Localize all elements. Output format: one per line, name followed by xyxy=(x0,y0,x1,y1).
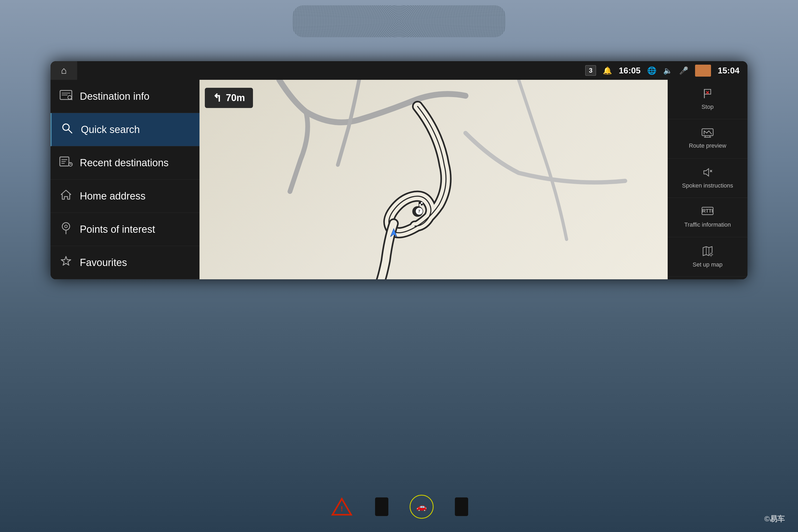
distance-badge: ↰ 70m xyxy=(205,88,253,108)
home-address-label: Home address xyxy=(80,190,146,202)
notification-icon: 🔔 xyxy=(603,66,612,75)
points-of-interest-label: Points of interest xyxy=(80,224,155,235)
right-item-route-preview[interactable]: Route preview xyxy=(668,119,747,158)
set-up-map-icon xyxy=(702,246,713,259)
speaker-grille xyxy=(292,5,506,37)
route-preview-label: Route preview xyxy=(689,142,726,149)
right-item-set-up-map[interactable]: Set up map xyxy=(668,237,747,277)
menu-panel: Destination info Quick search xyxy=(51,80,200,279)
main-content: Destination info Quick search xyxy=(51,80,747,279)
stop-label: Stop xyxy=(701,103,714,110)
svg-rect-17 xyxy=(421,202,423,204)
right-item-stop[interactable]: Stop xyxy=(668,80,747,119)
menu-item-home-address[interactable]: Home address xyxy=(51,179,200,213)
right-item-spoken-instructions[interactable]: Spoken instructions xyxy=(668,158,747,198)
destination-info-icon xyxy=(58,89,73,103)
bottom-controls: ! 🚗 xyxy=(330,495,468,519)
svg-rect-16 xyxy=(419,202,421,204)
menu-item-recent-destinations[interactable]: Recent destinations xyxy=(51,146,200,179)
status-items: 3 🔔 16:05 🌐 🔈 🎤 15:04 xyxy=(585,65,740,77)
volume-icon: 🔈 xyxy=(663,66,672,75)
notification-time: 16:05 xyxy=(619,66,641,76)
car-mode-button[interactable]: 🚗 xyxy=(410,495,434,519)
network-icon: 🌐 xyxy=(647,66,657,75)
stop-icon xyxy=(702,88,713,101)
svg-rect-18 xyxy=(419,204,421,205)
svg-line-6 xyxy=(68,130,72,133)
svg-point-12 xyxy=(62,223,70,230)
current-time: 15:04 xyxy=(718,66,740,76)
favourites-icon xyxy=(58,255,73,270)
main-screen: ⌂ 3 🔔 16:05 🌐 🔈 🎤 15:04 xyxy=(51,61,747,279)
watermark: ©易车 xyxy=(764,514,785,524)
svg-rect-19 xyxy=(421,204,423,205)
distance-label: 70m xyxy=(226,92,245,103)
menu-item-quick-search[interactable]: Quick search xyxy=(51,113,200,146)
favourites-label: Favourites xyxy=(80,257,127,268)
route-preview-icon xyxy=(701,128,714,140)
spoken-instructions-icon xyxy=(702,167,713,180)
recent-destinations-label: Recent destinations xyxy=(80,157,169,169)
quick-search-label: Quick search xyxy=(81,124,140,135)
hazard-button[interactable]: ! xyxy=(330,495,354,519)
traffic-information-label: Traffic information xyxy=(684,221,731,228)
map-svg: 7 xyxy=(200,80,668,279)
right-item-traffic-information[interactable]: RTTI Traffic information xyxy=(668,198,747,237)
mic-icon: 🎤 xyxy=(679,66,688,75)
spoken-instructions-label: Spoken instructions xyxy=(682,182,733,189)
svg-text:7: 7 xyxy=(418,209,420,213)
user-avatar xyxy=(695,65,711,77)
traffic-information-icon: RTTI xyxy=(701,207,714,219)
rotary-knob-right[interactable] xyxy=(455,497,468,516)
notification-badge: 3 xyxy=(585,65,596,76)
svg-text:RTTI: RTTI xyxy=(702,208,713,214)
status-bar-left: ⌂ xyxy=(51,61,77,80)
home-button[interactable]: ⌂ xyxy=(51,61,77,80)
home-icon: ⌂ xyxy=(61,65,67,76)
rotary-knob-left[interactable] xyxy=(375,497,388,516)
menu-item-points-of-interest[interactable]: Points of interest xyxy=(51,213,200,246)
menu-item-destination-info[interactable]: Destination info xyxy=(51,80,200,113)
svg-point-13 xyxy=(65,225,67,228)
recent-destinations-icon xyxy=(58,156,73,170)
set-up-map-label: Set up map xyxy=(693,261,723,268)
map-area: 7 ↰ 70m xyxy=(200,80,668,279)
quick-search-icon xyxy=(60,122,74,136)
right-panel: Stop Route preview xyxy=(668,80,747,279)
status-bar: ⌂ 3 🔔 16:05 🌐 🔈 🎤 15:04 xyxy=(51,61,747,80)
destination-info-label: Destination info xyxy=(80,91,150,102)
points-of-interest-icon xyxy=(58,222,73,237)
menu-item-favourites[interactable]: Favourites xyxy=(51,246,200,279)
car-icon: 🚗 xyxy=(416,502,427,512)
turn-arrow-icon: ↰ xyxy=(213,92,222,104)
svg-text:!: ! xyxy=(341,505,343,513)
home-address-icon xyxy=(58,189,73,203)
